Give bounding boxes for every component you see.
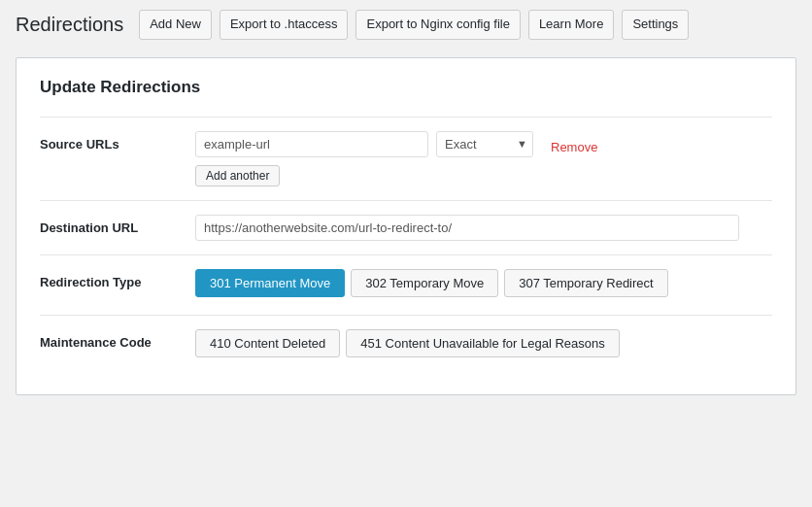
learn-more-button[interactable]: Learn More (528, 10, 614, 40)
export-htaccess-button[interactable]: Export to .htaccess (220, 10, 349, 40)
match-select-wrap: Exact Regex ▼ (436, 131, 533, 157)
section-title: Update Redirections (40, 78, 772, 97)
source-urls-controls: Exact Regex ▼ Remove Add another (195, 131, 772, 186)
redirection-type-controls: 301 Permanent Move 302 Temporary Move 30… (195, 269, 772, 297)
main-content: Update Redirections Source URLs Exact Re… (16, 57, 796, 395)
maintenance-code-row: Maintenance Code 410 Content Deleted 451… (40, 315, 772, 371)
maintenance-code-label: Maintenance Code (40, 329, 195, 350)
redirection-type-row: Redirection Type 301 Permanent Move 302 … (40, 254, 772, 311)
code-410-button[interactable]: 410 Content Deleted (195, 329, 340, 357)
redirect-302-button[interactable]: 302 Temporary Move (351, 269, 498, 297)
source-url-input[interactable] (195, 131, 428, 157)
destination-url-controls (195, 215, 772, 241)
redirect-301-button[interactable]: 301 Permanent Move (195, 269, 345, 297)
export-nginx-button[interactable]: Export to Nginx config file (355, 10, 520, 40)
maintenance-code-group: 410 Content Deleted 451 Content Unavaila… (195, 329, 772, 357)
page-title: Redirections (16, 14, 123, 36)
source-url-row: Exact Regex ▼ Remove (195, 131, 772, 157)
redirect-307-button[interactable]: 307 Temporary Redirect (504, 269, 668, 297)
match-select[interactable]: Exact Regex (436, 131, 533, 157)
maintenance-code-controls: 410 Content Deleted 451 Content Unavaila… (195, 329, 772, 357)
top-bar: Redirections Add New Export to .htaccess… (0, 0, 812, 50)
source-urls-label: Source URLs (40, 131, 195, 152)
remove-link[interactable]: Remove (551, 134, 597, 154)
redirection-type-group: 301 Permanent Move 302 Temporary Move 30… (195, 269, 772, 297)
settings-button[interactable]: Settings (622, 10, 689, 40)
add-new-button[interactable]: Add New (139, 10, 212, 40)
redirection-type-label: Redirection Type (40, 269, 195, 289)
source-urls-row: Source URLs Exact Regex ▼ Remove Add ano… (40, 117, 772, 200)
destination-url-label: Destination URL (40, 215, 195, 235)
destination-url-input[interactable] (195, 215, 739, 241)
destination-url-row: Destination URL (40, 200, 772, 254)
code-451-button[interactable]: 451 Content Unavailable for Legal Reason… (346, 329, 620, 357)
add-another-button[interactable]: Add another (195, 165, 280, 186)
